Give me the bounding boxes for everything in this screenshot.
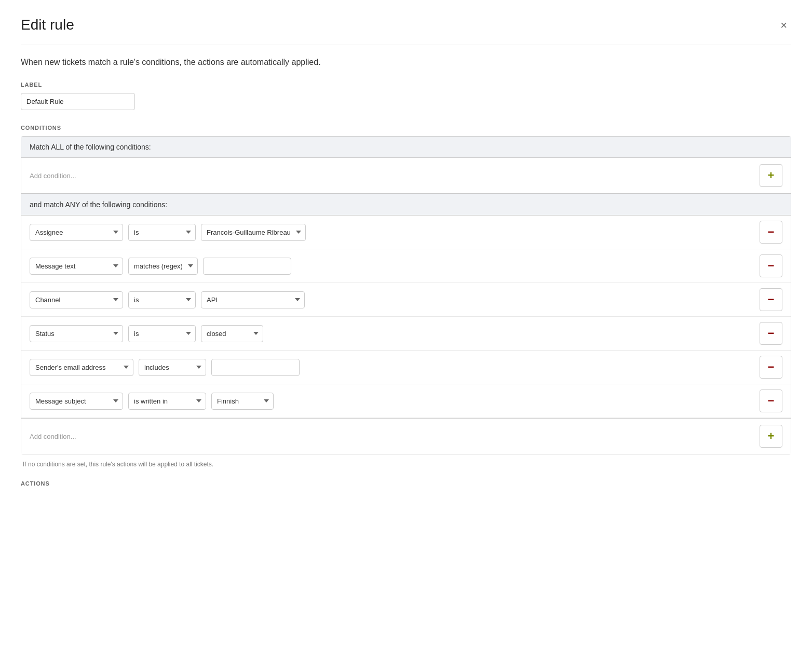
close-button[interactable]: × xyxy=(776,17,791,34)
condition-1-value-select[interactable]: Francois-Guillaume Ribreau xyxy=(201,224,306,241)
condition-4-operator-select[interactable]: is xyxy=(128,325,196,342)
conditions-section: CONDITIONS Match ALL of the following co… xyxy=(21,125,791,468)
condition-6-value-select[interactable]: Finnish xyxy=(211,393,274,410)
condition-row-2: Message text matches (regex) − xyxy=(21,249,791,283)
condition-2-field-select[interactable]: Message text xyxy=(30,258,123,275)
any-add-condition-link[interactable]: Add condition... xyxy=(30,433,76,440)
condition-2-value-input[interactable] xyxy=(203,258,291,275)
conditions-title: CONDITIONS xyxy=(21,125,791,131)
actions-title: ACTIONS xyxy=(21,480,791,487)
condition-2-remove-button[interactable]: − xyxy=(760,254,782,277)
modal-title: Edit rule xyxy=(21,17,74,33)
condition-row-4-inner: Status is closed xyxy=(30,325,754,342)
condition-3-operator-select[interactable]: is xyxy=(128,291,196,308)
condition-6-field-select[interactable]: Message subject xyxy=(30,393,123,410)
condition-row-3-inner: Channel is API xyxy=(30,291,754,308)
condition-6-remove-button[interactable]: − xyxy=(760,389,782,412)
condition-row-6: Message subject is written in Finnish − xyxy=(21,384,791,418)
condition-4-remove-button[interactable]: − xyxy=(760,322,782,345)
condition-row-6-inner: Message subject is written in Finnish xyxy=(30,393,754,410)
all-add-condition-link[interactable]: Add condition... xyxy=(30,172,76,180)
condition-row-5-inner: Sender's email address includes xyxy=(30,359,754,376)
all-group-header: Match ALL of the following conditions: xyxy=(21,137,791,158)
condition-row-3: Channel is API − xyxy=(21,283,791,317)
condition-5-field-select[interactable]: Sender's email address xyxy=(30,359,133,376)
condition-row-1: Assignee is Francois-Guillaume Ribreau − xyxy=(21,216,791,249)
condition-5-value-input[interactable] xyxy=(211,359,300,376)
condition-4-value-select[interactable]: closed xyxy=(201,325,263,342)
any-group-header: and match ANY of the following condition… xyxy=(21,194,791,216)
any-add-plus-button[interactable]: + xyxy=(760,425,782,448)
condition-1-operator-select[interactable]: is xyxy=(128,224,196,241)
modal-header: Edit rule × xyxy=(21,17,791,45)
condition-1-field-select[interactable]: Assignee xyxy=(30,224,123,241)
condition-5-remove-button[interactable]: − xyxy=(760,356,782,379)
footer-note: If no conditions are set, this rule's ac… xyxy=(23,461,791,468)
condition-3-value-select[interactable]: API xyxy=(201,291,305,308)
label-input[interactable] xyxy=(21,93,135,110)
all-group: Match ALL of the following conditions: A… xyxy=(21,137,791,194)
condition-2-operator-select[interactable]: matches (regex) xyxy=(128,258,198,275)
label-section-title: LABEL xyxy=(21,82,791,88)
condition-row-1-inner: Assignee is Francois-Guillaume Ribreau xyxy=(30,224,754,241)
condition-5-operator-select[interactable]: includes xyxy=(139,359,206,376)
condition-3-field-select[interactable]: Channel xyxy=(30,291,123,308)
any-add-condition-row: Add condition... + xyxy=(21,418,791,454)
condition-1-remove-button[interactable]: − xyxy=(760,221,782,244)
description-text: When new tickets match a rule's conditio… xyxy=(21,58,791,67)
condition-row-5: Sender's email address includes − xyxy=(21,351,791,384)
condition-4-field-select[interactable]: Status xyxy=(30,325,123,342)
conditions-outer-box: Match ALL of the following conditions: A… xyxy=(21,136,791,454)
modal: Edit rule × When new tickets match a rul… xyxy=(0,0,812,645)
all-add-condition-row: Add condition... + xyxy=(21,158,791,194)
condition-3-remove-button[interactable]: − xyxy=(760,288,782,311)
condition-6-operator-select[interactable]: is written in xyxy=(128,393,206,410)
condition-row-2-inner: Message text matches (regex) xyxy=(30,258,754,275)
all-add-plus-button[interactable]: + xyxy=(760,164,782,187)
condition-row-4: Status is closed − xyxy=(21,317,791,351)
